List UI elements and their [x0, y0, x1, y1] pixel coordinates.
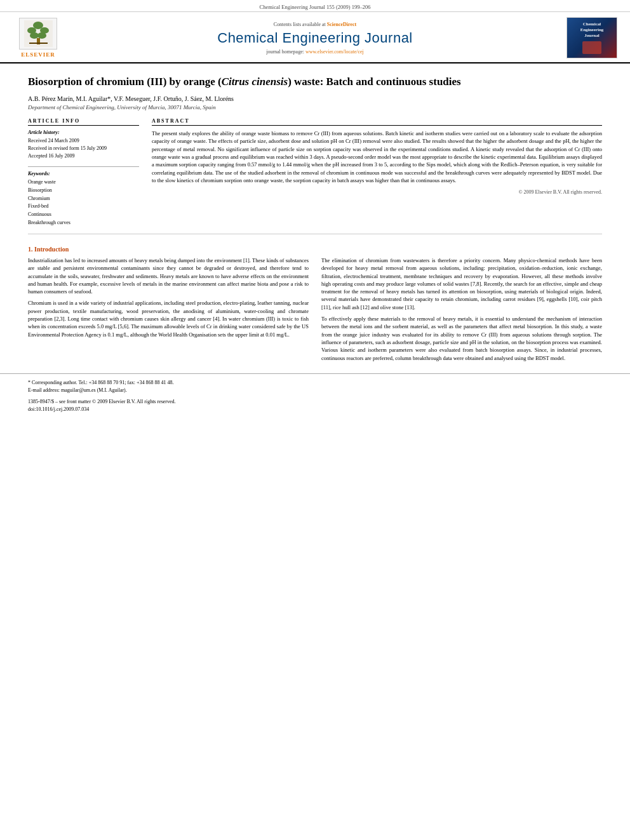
abstract-column: ABSTRACT The present study explores the … [152, 118, 602, 227]
intro-para-1: Industrialization has led to increased a… [28, 257, 309, 296]
article-info-column: ARTICLE INFO Article history: Received 2… [28, 118, 139, 227]
section-divider [28, 234, 602, 234]
svg-rect-7 [29, 43, 48, 44]
journal-homepage: journal homepage: www.elsevier.com/locat… [64, 49, 566, 55]
keyword-2: Biosorption [28, 187, 139, 195]
article-info-header: ARTICLE INFO [28, 118, 139, 126]
history-accepted: Accepted 16 July 2009 [28, 152, 139, 160]
intro-para-4: To effectively apply these materials to … [321, 315, 602, 362]
section1-title: 1. Introduction [28, 246, 602, 253]
keywords-label: Keywords: [28, 166, 139, 177]
footnote-issn: 1385-8947/$ – see front matter © 2009 El… [28, 398, 602, 406]
journal-header: ELSEVIER Contents lists available at Sci… [0, 12, 630, 63]
article-info-abstract: ARTICLE INFO Article history: Received 2… [28, 118, 602, 227]
abstract-text: The present study explores the ability o… [152, 130, 602, 184]
page: Chemical Engineering Journal 155 (2009) … [0, 0, 630, 840]
citation-text: Chemical Engineering Journal 155 (2009) … [260, 4, 371, 10]
journal-name: Chemical Engineering Journal [64, 30, 566, 46]
history-label: Article history: [28, 130, 139, 135]
body-section: 1. Introduction Industrialization has le… [0, 241, 630, 366]
article-title: Biosorption of chromium (III) by orange … [28, 75, 602, 89]
sciencedirect-link[interactable]: ScienceDirect [327, 22, 357, 27]
copyright: © 2009 Elsevier B.V. All rights reserved… [152, 189, 602, 195]
footer-notes: * Corresponding author. Tel.: +34 868 88… [0, 373, 630, 394]
body-col-left: Industrialization has led to increased a… [28, 257, 309, 366]
elsevier-tree-logo [19, 18, 57, 50]
footnote-email: E-mail address: maguilar@um.es (M.I. Agu… [28, 387, 602, 394]
intro-para-2: Chromium is used in a wide variety of in… [28, 299, 309, 338]
homepage-link[interactable]: www.elsevier.com/locate/cej [305, 49, 364, 55]
footer-bottom: 1385-8947/$ – see front matter © 2009 El… [0, 394, 630, 417]
elsevier-logo: ELSEVIER [13, 18, 64, 58]
keyword-3: Chromium [28, 195, 139, 203]
journal-cover-image: Chemical Engineering Journal [566, 17, 617, 58]
abstract-header: ABSTRACT [152, 118, 602, 126]
journal-citation: Chemical Engineering Journal 155 (2009) … [0, 0, 630, 12]
svg-point-5 [37, 32, 46, 39]
footnote-star: * Corresponding author. Tel.: +34 868 88… [28, 379, 602, 387]
sciencedirect-bar: Contents lists available at ScienceDirec… [64, 22, 566, 27]
affiliation: Department of Chemical Engineering, Univ… [28, 104, 602, 110]
authors: A.B. Pérez Marín, M.I. Aguilar*, V.F. Me… [28, 95, 602, 102]
body-col-right: The elimination of chromium from wastewa… [321, 257, 602, 366]
intro-para-3: The elimination of chromium from wastewa… [321, 257, 602, 311]
article-section: Biosorption of chromium (III) by orange … [0, 63, 630, 227]
keyword-1: Orange waste [28, 178, 139, 187]
footnote-doi: doi:10.1016/j.cej.2009.07.034 [28, 406, 602, 413]
keyword-6: Breakthrough curves [28, 219, 139, 227]
elsevier-brand: ELSEVIER [21, 51, 55, 58]
keyword-5: Continuous [28, 211, 139, 219]
svg-point-4 [30, 32, 39, 39]
journal-title-block: Contents lists available at ScienceDirec… [64, 22, 566, 55]
body-two-col: Industrialization has led to increased a… [28, 257, 602, 366]
keyword-4: Fixed-bed [28, 203, 139, 211]
history-revised: Received in revised form 15 July 2009 [28, 145, 139, 152]
history-received: Received 24 March 2009 [28, 137, 139, 145]
